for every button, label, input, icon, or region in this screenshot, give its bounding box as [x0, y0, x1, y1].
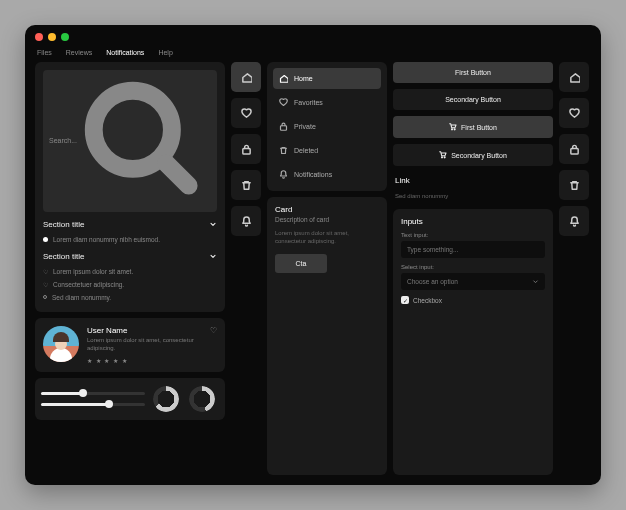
- list-item[interactable]: ♡Consectetuer adipiscing.: [43, 278, 217, 291]
- list-item[interactable]: ♡Lorem ipsum dolor sit amet.: [43, 265, 217, 278]
- home-icon: [569, 72, 580, 83]
- list-item[interactable]: Lorem diam nonummy nibh euismod.: [43, 233, 217, 246]
- heart-icon: ♡: [43, 268, 48, 275]
- link[interactable]: Link: [393, 172, 553, 187]
- avatar: [43, 326, 79, 362]
- heart-icon: ♡: [43, 281, 48, 288]
- cart-icon: [449, 123, 457, 131]
- donut-chart: [189, 386, 215, 412]
- slider[interactable]: [41, 403, 145, 406]
- heart-icon: [279, 98, 288, 107]
- nav-notifications[interactable]: Notifications: [273, 164, 381, 185]
- inputs-panel: Inputs Text input: Type something... Sel…: [393, 209, 553, 475]
- nav-panel: Home Favorites Private Deleted Notificat…: [267, 62, 387, 191]
- trash-icon: [279, 146, 288, 155]
- secondary-button[interactable]: Secondary Button: [393, 89, 553, 110]
- list-item[interactable]: Sed diam nonummy.: [43, 291, 217, 304]
- user-name: User Name: [87, 326, 217, 335]
- nav-home[interactable]: Home: [273, 68, 381, 89]
- trash-icon: [241, 180, 252, 191]
- rail2-favorites-button[interactable]: [559, 98, 589, 128]
- menu-notifications[interactable]: Notifications: [106, 49, 144, 56]
- card-subtitle: Description of card: [275, 216, 379, 223]
- maximize-window-button[interactable]: [61, 33, 69, 41]
- nav-favorites[interactable]: Favorites: [273, 92, 381, 113]
- section-header[interactable]: Section title: [43, 252, 217, 261]
- search-icon: [77, 74, 211, 208]
- lock-icon: [279, 122, 288, 131]
- select-input-label: Select input:: [401, 264, 545, 270]
- menubar: Files Reviews Notifications Help: [25, 49, 601, 62]
- menu-reviews[interactable]: Reviews: [66, 49, 92, 56]
- rail-notifications-button[interactable]: [231, 206, 261, 236]
- card-body: Lorem ipsum dolor sit amet, consectetur …: [275, 229, 379, 246]
- donut-chart: [153, 386, 179, 412]
- bell-icon: [241, 216, 252, 227]
- app-window: Files Reviews Notifications Help Search.…: [25, 25, 601, 485]
- cart-icon: [439, 151, 447, 159]
- chevron-down-icon: [209, 220, 217, 228]
- rail-favorites-button[interactable]: [231, 98, 261, 128]
- chevron-down-icon: [532, 278, 539, 285]
- cart-secondary-button[interactable]: Secondary Button: [393, 144, 553, 166]
- rail-deleted-button[interactable]: [231, 170, 261, 200]
- cart-first-button[interactable]: First Button: [393, 116, 553, 138]
- user-description: Lorem ipsum dolor sit amet, consectetur …: [87, 337, 217, 353]
- rail2-notifications-button[interactable]: [559, 206, 589, 236]
- card-title: Card: [275, 205, 379, 214]
- sidebar-panel: Search... Section title Lorem diam nonum…: [35, 62, 225, 312]
- metrics-panel: [35, 378, 225, 420]
- inputs-title: Inputs: [401, 217, 545, 226]
- menu-files[interactable]: Files: [37, 49, 52, 56]
- minimize-window-button[interactable]: [48, 33, 56, 41]
- chevron-down-icon: [209, 252, 217, 260]
- text-input-label: Text input:: [401, 232, 545, 238]
- select-input[interactable]: Choose an option: [401, 273, 545, 290]
- home-icon: [279, 74, 288, 83]
- link-description: Sed diam nonummy: [393, 193, 553, 199]
- rail2-deleted-button[interactable]: [559, 170, 589, 200]
- lock-icon: [241, 144, 252, 155]
- home-icon: [241, 72, 252, 83]
- check-icon: ✓: [401, 296, 409, 304]
- close-window-button[interactable]: [35, 33, 43, 41]
- checkbox[interactable]: ✓Checkbox: [401, 296, 545, 304]
- first-button[interactable]: First Button: [393, 62, 553, 83]
- rail-private-button[interactable]: [231, 134, 261, 164]
- window-titlebar: [25, 25, 601, 49]
- rail2-home-button[interactable]: [559, 62, 589, 92]
- nav-private[interactable]: Private: [273, 116, 381, 137]
- bell-icon: [569, 216, 580, 227]
- rail2-private-button[interactable]: [559, 134, 589, 164]
- favorite-toggle[interactable]: ♡: [210, 326, 217, 335]
- text-input[interactable]: Type something...: [401, 241, 545, 258]
- rail-home-button[interactable]: [231, 62, 261, 92]
- search-input[interactable]: Search...: [43, 70, 217, 212]
- cta-button[interactable]: Cta: [275, 254, 327, 273]
- user-card: User Name Lorem ipsum dolor sit amet, co…: [35, 318, 225, 372]
- menu-help[interactable]: Help: [158, 49, 172, 56]
- content-card: Card Description of card Lorem ipsum dol…: [267, 197, 387, 475]
- heart-icon: [241, 108, 252, 119]
- section-header[interactable]: Section title: [43, 220, 217, 229]
- heart-icon: [569, 108, 580, 119]
- nav-deleted[interactable]: Deleted: [273, 140, 381, 161]
- star-rating: ★ ★ ★ ★ ★: [87, 357, 217, 364]
- slider[interactable]: [41, 392, 145, 395]
- trash-icon: [569, 180, 580, 191]
- bell-icon: [279, 170, 288, 179]
- lock-icon: [569, 144, 580, 155]
